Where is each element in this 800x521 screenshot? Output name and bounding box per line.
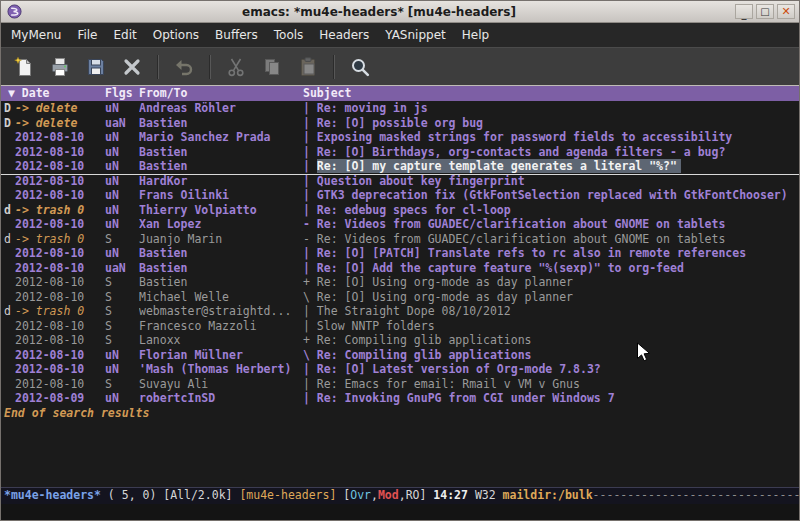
print-button[interactable] [44, 52, 76, 82]
toolbar-separator [209, 55, 211, 79]
message-flags: uN [105, 145, 139, 160]
undo-icon [173, 56, 195, 78]
subject-text: Re: Emacs for email: Rmail v VM v Gnus [317, 377, 580, 391]
undo-button[interactable] [168, 52, 200, 82]
close-button[interactable]: ✕ [777, 4, 795, 19]
close-buffer-button[interactable] [116, 52, 148, 82]
new-file-button[interactable] [8, 52, 40, 82]
message-flags: uN [105, 246, 139, 261]
thread-separator: | [303, 130, 317, 144]
subject-text: Re: [O] Add the capture feature "%(sexp)… [317, 261, 684, 275]
echo-area[interactable] [1, 504, 799, 520]
message-date: 2012-08-10 [15, 290, 105, 305]
message-row[interactable]: 2012-08-10 uN Florian Müllner \ Re: Comp… [1, 348, 799, 363]
mark-char: d [1, 304, 15, 319]
thread-separator: \ [303, 290, 317, 304]
message-from: Francesco Mazzoli [139, 319, 303, 334]
menu-item-tools[interactable]: Tools [266, 23, 312, 47]
message-subject: + Re: [O] Using org-mode as day planner [303, 275, 799, 290]
modeline-window-id: W32 [468, 488, 503, 502]
message-row[interactable]: 2012-08-10 S Francesco Mazzoli | Slow NN… [1, 319, 799, 334]
thread-separator: - [303, 232, 317, 246]
message-flags: uN [105, 101, 139, 116]
message-row[interactable]: 2012-08-10 S Suvayu Ali | Re: Emacs for … [1, 377, 799, 392]
message-date: 2012-08-10 [15, 333, 105, 348]
subject-text: Slow NNTP folders [317, 319, 435, 333]
tool-bar [1, 47, 799, 86]
message-row[interactable]: 2012-08-10 uN Bastien | Re: [O] Birthday… [1, 145, 799, 160]
message-row[interactable]: 2012-08-10 uN Bastien | Re: [O] my captu… [1, 159, 799, 174]
message-from: Mario Sanchez Prada [139, 130, 303, 145]
message-from: webmaster@straightd... [139, 304, 303, 319]
thread-separator: | [303, 246, 317, 260]
mark-char [1, 333, 15, 348]
message-flags: S [105, 275, 139, 290]
message-subject: + Re: Compiling glib applications [303, 333, 799, 348]
menu-item-options[interactable]: Options [145, 23, 207, 47]
message-subject: | Question about key fingerprint [303, 174, 799, 189]
header-flags[interactable]: Flgs [105, 86, 139, 101]
message-date: 2012-08-10 [15, 246, 105, 261]
message-row[interactable]: 2012-08-10 uN Xan Lopez - Re: Videos fro… [1, 217, 799, 232]
message-flags: S [105, 232, 139, 247]
message-from: Suvayu Ali [139, 377, 303, 392]
mode-line: *mu4e-headers* ( 5, 0) [All/2.0k] [mu4e-… [1, 487, 799, 504]
thread-separator: | [303, 304, 317, 318]
message-row[interactable]: D -> delete uaN Bastien | Re: [O] possib… [1, 116, 799, 131]
message-date: -> delete [15, 116, 105, 131]
header-subject[interactable]: Subject [303, 86, 799, 101]
menu-item-mymenu[interactable]: MyMenu [3, 23, 69, 47]
message-row[interactable]: 2012-08-10 uN 'Mash (Thomas Herbert) | R… [1, 362, 799, 377]
message-subject: | Slow NNTP folders [303, 319, 799, 334]
thread-separator: \ [303, 348, 317, 362]
message-subject: | Re: Emacs for email: Rmail v VM v Gnus [303, 377, 799, 392]
sort-header-date[interactable]: ▼ Date [8, 86, 105, 101]
minimize-button[interactable]: _ [735, 4, 753, 19]
menu-item-yasnippet[interactable]: YASnippet [377, 23, 454, 47]
copy-button[interactable] [256, 52, 288, 82]
message-row[interactable]: 2012-08-10 S Bastien + Re: [O] Using org… [1, 275, 799, 290]
emacs-icon [7, 4, 22, 19]
message-row[interactable]: 2012-08-10 uN HardKor | Question about k… [1, 174, 799, 189]
menu-item-file[interactable]: File [69, 23, 105, 47]
message-flags: S [105, 290, 139, 305]
mark-char: d [1, 203, 15, 218]
message-subject: | Re: Invoking GnuPG from CGI under Wind… [303, 391, 799, 406]
print-icon [49, 56, 71, 78]
message-row[interactable]: 2012-08-10 uaN Bastien | Re: [O] Add the… [1, 261, 799, 276]
message-row[interactable]: D -> delete uN Andreas Röhler | Re: movi… [1, 101, 799, 116]
message-row[interactable]: d -> trash 0 S webmaster@straightd... | … [1, 304, 799, 319]
message-row[interactable]: 2012-08-09 uN robertcInSD | Re: Invoking… [1, 391, 799, 406]
cut-button[interactable] [220, 52, 252, 82]
message-row[interactable]: 2012-08-10 S Michael Welle \ Re: [O] Usi… [1, 290, 799, 305]
search-button[interactable] [344, 52, 376, 82]
mark-char [1, 377, 15, 392]
message-row[interactable]: 2012-08-10 uN Frans Oilinki | GTK3 depre… [1, 188, 799, 203]
thread-separator: | [303, 159, 317, 173]
menu-item-help[interactable]: Help [454, 23, 497, 47]
header-from[interactable]: From/To [139, 86, 303, 101]
message-row[interactable]: 2012-08-10 uN Mario Sanchez Prada | Expo… [1, 130, 799, 145]
menu-item-buffers[interactable]: Buffers [207, 23, 266, 47]
message-flags: uN [105, 203, 139, 218]
message-row[interactable]: d -> trash 0 uN Thierry Volpiatto | Re: … [1, 203, 799, 218]
subject-text: Re: Compiling glib applications [317, 348, 532, 362]
save-button[interactable] [80, 52, 112, 82]
maximize-button[interactable]: □ [756, 4, 774, 19]
modeline-separator: , [371, 488, 378, 502]
paste-button[interactable] [292, 52, 324, 82]
message-row[interactable]: d -> trash 0 S Juanjo Marin - Re: Videos… [1, 232, 799, 247]
message-date: -> trash 0 [15, 304, 105, 319]
thread-separator: | [303, 188, 317, 202]
message-row[interactable]: 2012-08-10 S Lanoxx + Re: Compiling glib… [1, 333, 799, 348]
menu-item-edit[interactable]: Edit [106, 23, 145, 47]
message-row[interactable]: 2012-08-10 uN Bastien | Re: [O] [PATCH] … [1, 246, 799, 261]
message-subject: | Re: [O] possible org bug [303, 116, 799, 131]
menu-item-headers[interactable]: Headers [311, 23, 377, 47]
modeline-major-mode: [mu4e-headers] [239, 488, 336, 502]
message-from: Bastien [139, 246, 303, 261]
message-flags: uN [105, 130, 139, 145]
message-subject: - Re: Videos from GUADEC/clarification a… [303, 217, 799, 232]
message-flags: S [105, 377, 139, 392]
message-date: 2012-08-10 [15, 348, 105, 363]
